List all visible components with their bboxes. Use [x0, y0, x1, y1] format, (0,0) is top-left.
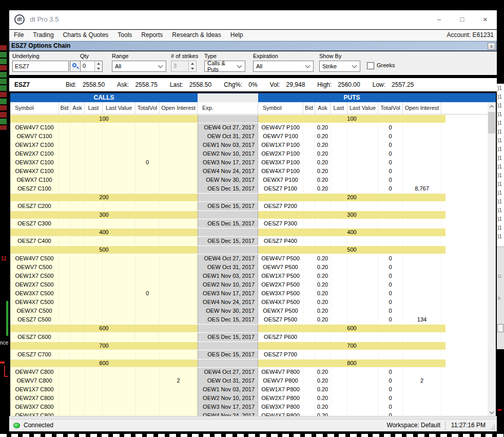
- quote-field: Last:2558.50: [170, 81, 211, 88]
- background-text-fragment: )1: [497, 155, 504, 161]
- option-cell: [103, 237, 135, 245]
- underlying-input[interactable]: [12, 61, 69, 72]
- option-row[interactable]: OEW3X7 C1000OEW3 Nov 17, 2017OEW3X7 P100…: [10, 158, 488, 167]
- scroll-up-icon[interactable]: [488, 102, 496, 111]
- scrollbar-thumb[interactable]: [488, 112, 495, 134]
- option-cell: [303, 333, 315, 341]
- option-row[interactable]: OEW3X7 C800OEW3 Nov 17, 2017OEW3X7 P8000…: [10, 403, 488, 411]
- option-row[interactable]: OESZ7 C400OES Dec 15, 2017OESZ7 P400: [10, 237, 488, 245]
- strike-row[interactable]: 300300: [10, 211, 488, 219]
- option-row[interactable]: OEW2X7 C100OEW2 Nov 10, 2017OEW2X7 P1000…: [10, 149, 488, 158]
- showby-select[interactable]: Strike: [319, 61, 360, 72]
- option-row[interactable]: OEWV7 C8002OEW Oct 31, 2017OEWV7 P8000.2…: [10, 376, 488, 385]
- option-row[interactable]: OESZ7 C600OES Dec 15, 2017OESZ7 P600: [10, 333, 488, 341]
- option-row[interactable]: OEW4X7 C100OEW4 Nov 24, 2017OEW4X7 P1000…: [10, 167, 488, 176]
- strike-exp-gap: [198, 246, 258, 254]
- strike-row[interactable]: 100100: [10, 115, 488, 123]
- puts-col-header[interactable]: TotalVol: [378, 102, 403, 115]
- resize-grip[interactable]: [489, 424, 495, 430]
- strike-row[interactable]: 600600: [10, 324, 488, 333]
- option-cell: [347, 315, 378, 324]
- option-row[interactable]: OESZ7 C700OES Dec 15, 2017OESZ7 P700: [10, 350, 488, 359]
- option-cell: OEW4X7 C100: [10, 167, 59, 176]
- option-cell: [70, 368, 85, 376]
- option-cell: [403, 167, 441, 176]
- stepper-up-icon[interactable]: [95, 61, 102, 66]
- options-chain-title-bar[interactable]: ESZ7 Options Chain x: [9, 41, 497, 51]
- menu-item-research-ideas[interactable]: Research & Ideas: [167, 30, 225, 41]
- option-row[interactable]: OESZ7 C100OES Dec 15, 2017OESZ7 P1000.20…: [10, 184, 488, 193]
- calls-col-header[interactable]: Last: [85, 102, 103, 115]
- strike-row[interactable]: 700700: [10, 341, 488, 350]
- calls-col-header[interactable]: Bid: [59, 102, 70, 115]
- calls-col-header[interactable]: TotalVol: [135, 102, 160, 115]
- option-row[interactable]: OESZ7 C200OES Dec 15, 2017OESZ7 P200: [10, 202, 488, 211]
- option-row[interactable]: OESZ7 C300OES Dec 15, 2017OESZ7 P300: [10, 219, 488, 228]
- strike-row[interactable]: 500500: [10, 245, 488, 254]
- option-cell: [403, 202, 441, 211]
- calls-col-header[interactable]: Last Value: [103, 102, 135, 115]
- menu-item-tools[interactable]: Tools: [113, 30, 137, 41]
- minimize-button[interactable]: –: [428, 10, 451, 29]
- option-cell: [331, 376, 347, 385]
- option-cell: OEW3X7 P800: [258, 403, 303, 411]
- vertical-scrollbar[interactable]: [488, 102, 496, 417]
- strike-row[interactable]: 200200: [10, 193, 488, 202]
- option-row[interactable]: OEW2X7 C800OEW2 Nov 10, 2017OEW2X7 P8000…: [10, 394, 488, 403]
- puts-col-header[interactable]: Symbol: [258, 102, 303, 115]
- option-cell: OEW4V7 C500: [10, 254, 59, 263]
- calls-col-header[interactable]: Open Interest: [160, 102, 198, 115]
- puts-col-header[interactable]: Last: [331, 102, 347, 115]
- exp-col-header[interactable]: Exp.: [198, 102, 258, 115]
- menu-item-trading[interactable]: Trading: [28, 30, 58, 41]
- puts-col-header[interactable]: Open Interest: [403, 102, 441, 115]
- calls-col-header[interactable]: Ask: [70, 102, 85, 115]
- option-row[interactable]: OEW4V7 C800OEW4 Oct 27, 2017OEW4V7 P8000…: [10, 368, 488, 376]
- puts-col-header[interactable]: Last Value: [347, 102, 378, 115]
- option-cell: [59, 280, 70, 289]
- maximize-button[interactable]: □: [451, 10, 474, 29]
- option-cell: OESZ7 P600: [258, 333, 303, 341]
- option-cell: [135, 202, 160, 211]
- expiration-select[interactable]: All: [253, 61, 314, 72]
- option-cell: OEW2X7 P800: [258, 394, 303, 403]
- underlying-input-field[interactable]: [13, 61, 68, 71]
- option-row[interactable]: OEW1X7 C500OEW1 Nov 03, 2017OEW1X7 P5000…: [10, 272, 488, 280]
- menu-item-file[interactable]: File: [9, 30, 28, 41]
- option-row[interactable]: OEW2X7 C500OEW2 Nov 10, 2017OEW2X7 P5000…: [10, 280, 488, 289]
- option-row[interactable]: OEW1X7 C100OEW1 Nov 03, 2017OEW1X7 P1000…: [10, 141, 488, 149]
- option-row[interactable]: OESZ7 C500OES Dec 15, 2017OESZ7 P5000.20…: [10, 315, 488, 324]
- type-select[interactable]: Calls & Puts: [204, 61, 245, 72]
- close-button[interactable]: ×: [474, 10, 497, 29]
- puts-col-header[interactable]: Ask: [315, 102, 331, 115]
- strike-row[interactable]: 400400: [10, 228, 488, 237]
- option-cell: [303, 315, 315, 324]
- stepper-down-icon[interactable]: [95, 66, 102, 71]
- menu-item-charts-quotes[interactable]: Charts & Quotes: [59, 30, 113, 41]
- menu-item-reports[interactable]: Reports: [137, 30, 167, 41]
- qty-stepper[interactable]: 0: [80, 61, 103, 72]
- option-row[interactable]: OEWX7 C500OEW Nov 30, 2017OEWX7 P5000.20…: [10, 307, 488, 315]
- option-row[interactable]: OEW1X7 C800OEW1 Nov 03, 2017OEW1X7 P8000…: [10, 385, 488, 394]
- range-select[interactable]: All: [112, 61, 166, 72]
- option-cell: [59, 394, 70, 403]
- connection-status-label: Connected: [24, 422, 53, 429]
- option-row[interactable]: OEWV7 C100OEW Oct 31, 2017OEWV7 P1000.20…: [10, 132, 488, 141]
- puts-col-header[interactable]: Bid: [303, 102, 315, 115]
- option-cell: 0: [378, 132, 403, 141]
- strike-row[interactable]: 800800: [10, 359, 488, 368]
- greeks-checkbox[interactable]: [367, 62, 374, 69]
- option-cell: [331, 184, 347, 193]
- calls-col-header[interactable]: Symbol: [10, 102, 59, 115]
- option-row[interactable]: OEW3X7 C5000OEW3 Nov 17, 2017OEW3X7 P500…: [10, 289, 488, 298]
- option-row[interactable]: OEWV7 C500OEW Oct 31, 2017OEWV7 P5000.20…: [10, 263, 488, 272]
- option-row[interactable]: OEW4V7 C100OEW4 Oct 27, 2017OEW4V7 P1000…: [10, 123, 488, 132]
- option-row[interactable]: OEW4X7 C500OEW4 Nov 24, 2017OEW4X7 P5000…: [10, 298, 488, 307]
- menu-item-help[interactable]: Help: [226, 30, 248, 41]
- option-row[interactable]: OEW4V7 C500OEW4 Oct 27, 2017OEW4V7 P5000…: [10, 254, 488, 263]
- option-row[interactable]: OEWX7 C100OEW Nov 30, 2017OEWX7 P1000.20…: [10, 176, 488, 184]
- panel-close-icon[interactable]: x: [488, 43, 495, 50]
- symbol-search-button[interactable]: [70, 61, 81, 72]
- qty-stepper-arrows[interactable]: [94, 61, 102, 71]
- strike-filler: [445, 325, 488, 332]
